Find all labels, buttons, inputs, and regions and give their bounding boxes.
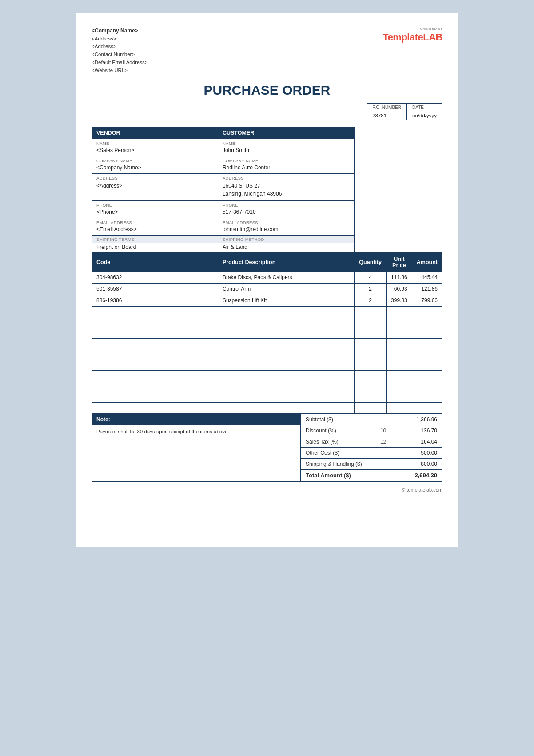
discount-value: 136.70: [396, 425, 442, 436]
shipping-row-total: Shipping & Handling ($) 800.00: [301, 458, 442, 469]
customer-name-value: John Smith: [218, 146, 354, 156]
logo-lab: LAB: [423, 32, 442, 43]
note-section: Note: Payment shall be 30 days upon rece…: [92, 413, 300, 482]
other-cost-label: Other Cost ($): [301, 447, 396, 458]
shipping-method-cell: SHIPPING METHOD Air & Land: [218, 235, 354, 252]
item-1-amount: 445.44: [412, 272, 442, 283]
item-3-unit-price: 399.83: [387, 295, 412, 306]
discount-label: Discount (%): [301, 425, 371, 436]
customer-email-value: johnsmith@redline.com: [218, 225, 354, 235]
customer-email-label: EMAIL ADDRESS: [218, 218, 354, 225]
po-number-date-section: P.O. NUMBER DATE 23781 nn/dd/yyyy: [92, 103, 442, 120]
company-name: <Company Name>: [92, 27, 148, 35]
vendor-name-cell: NAME <Sales Person>: [92, 139, 218, 156]
vendor-company-value: <Company Name>: [92, 164, 218, 173]
company-contact: <Contact Number>: [92, 51, 148, 59]
total-amount-value: 2,694.30: [396, 469, 442, 481]
item-row-1: 304-98632 Brake Discs, Pads & Calipers 4…: [92, 272, 442, 283]
item-3-description: Suspension Lift Kit: [218, 295, 354, 306]
discount-pct: 10: [371, 425, 396, 436]
subtotal-label: Subtotal ($): [301, 414, 396, 425]
shipping-terms-value: Freight on Board: [92, 243, 218, 252]
empty-row: [92, 360, 442, 370]
po-number-date-table: P.O. NUMBER DATE 23781 nn/dd/yyyy: [367, 103, 442, 120]
item-3-amount: 799.66: [412, 295, 442, 306]
copyright-text: © templatelab.com: [402, 487, 442, 492]
top-bar: <Company Name> <Address> <Address> <Cont…: [92, 27, 442, 75]
vendor-phone-cell: PHONE <Phone>: [92, 200, 218, 218]
col-header-amount: Amount: [412, 252, 442, 272]
item-2-description: Control Arm: [218, 283, 354, 295]
date-value: nn/dd/yyyy: [407, 111, 442, 120]
logo-template: Template: [383, 32, 423, 43]
customer-company-label: COMPANY NAME: [218, 156, 354, 164]
item-2-code: 501-35587: [92, 283, 218, 295]
customer-header: CUSTOMER: [218, 127, 354, 139]
date-label: DATE: [407, 103, 442, 111]
item-1-code: 304-98632: [92, 272, 218, 283]
customer-phone-value: 517-367-7010: [218, 208, 354, 218]
vendor-header: VENDOR: [92, 127, 218, 139]
items-header-row: Code Product Description Quantity Unit P…: [92, 252, 442, 272]
shipping-terms-label: SHIPPING TERMS: [92, 236, 218, 243]
col-header-code: Code: [92, 252, 218, 272]
tax-pct: 12: [371, 436, 396, 447]
empty-row: [92, 392, 442, 402]
customer-address-cell: ADDRESS 16040 S. US 27 Lansing, Michigan…: [218, 173, 354, 200]
vendor-address-label: ADDRESS: [92, 174, 218, 181]
empty-row: [92, 328, 442, 338]
purchase-order-page: <Company Name> <Address> <Address> <Cont…: [76, 13, 458, 547]
col-header-quantity: Quantity: [355, 252, 387, 272]
col-header-description: Product Description: [218, 252, 354, 272]
item-row-3: 886-19386 Suspension Lift Kit 2 399.83 7…: [92, 295, 442, 306]
tax-label: Sales Tax (%): [301, 436, 371, 447]
empty-row: [92, 338, 442, 349]
customer-company-value: Redline Auto Center: [218, 164, 354, 173]
shipping-method-label: SHIPPING METHOD: [218, 236, 354, 243]
total-amount-row: Total Amount ($) 2,694.30: [301, 469, 442, 481]
tax-value: 164.04: [396, 436, 442, 447]
empty-row: [92, 381, 442, 392]
item-row-2: 501-35587 Control Arm 2 60.93 121.86: [92, 283, 442, 295]
vendor-name-label: NAME: [92, 139, 218, 146]
col-header-unit-price: Unit Price: [387, 252, 412, 272]
vendor-email-label: EMAIL ADDRESS: [92, 218, 218, 225]
vendor-email-value: <Email Address>: [92, 225, 218, 235]
item-2-quantity: 2: [355, 283, 387, 295]
empty-row: [92, 317, 442, 328]
customer-company-cell: COMPANY NAME Redline Auto Center: [218, 156, 354, 173]
customer-phone-label: PHONE: [218, 201, 354, 208]
vendor-address-value: <Address>: [92, 181, 218, 192]
item-1-description: Brake Discs, Pads & Calipers: [218, 272, 354, 283]
other-cost-row: Other Cost ($) 500.00: [301, 447, 442, 458]
vendor-address-cell: ADDRESS <Address>: [92, 173, 218, 200]
customer-address-label: ADDRESS: [218, 174, 354, 181]
customer-email-cell: EMAIL ADDRESS johnsmith@redline.com: [218, 218, 354, 235]
item-2-amount: 121.86: [412, 283, 442, 295]
empty-row: [92, 402, 442, 413]
item-3-code: 886-19386: [92, 295, 218, 306]
tax-row: Sales Tax (%) 12 164.04: [301, 436, 442, 447]
note-header: Note:: [92, 414, 300, 425]
other-cost-value: 500.00: [396, 447, 442, 458]
company-email: <Default Email Address>: [92, 59, 148, 67]
discount-row: Discount (%) 10 136.70: [301, 425, 442, 436]
vendor-customer-table: VENDOR CUSTOMER NAME <Sales Person> NAME…: [92, 127, 442, 413]
vendor-name-value: <Sales Person>: [92, 146, 218, 156]
vendor-company-cell: COMPANY NAME <Company Name>: [92, 156, 218, 173]
note-content: Payment shall be 30 days upon receipt of…: [92, 425, 300, 438]
shipping-terms-cell: SHIPPING TERMS Freight on Board: [92, 235, 218, 252]
totals-table: Subtotal ($) 1,366.96 Discount (%) 10 13…: [301, 414, 442, 481]
logo-created-by: CREATED BY: [383, 27, 442, 31]
subtotal-row: Subtotal ($) 1,366.96: [301, 414, 442, 425]
vendor-company-label: COMPANY NAME: [92, 156, 218, 164]
company-address1: <Address>: [92, 35, 148, 43]
customer-phone-cell: PHONE 517-367-7010: [218, 200, 354, 218]
shipping-method-value: Air & Land: [218, 243, 354, 252]
totals-section: Subtotal ($) 1,366.96 Discount (%) 10 13…: [300, 413, 442, 482]
po-number-label: P.O. NUMBER: [367, 103, 407, 111]
logo-area: CREATED BY TemplateLAB: [383, 27, 442, 43]
po-number-value: 23781: [367, 111, 407, 120]
bottom-section: Note: Payment shall be 30 days upon rece…: [92, 413, 442, 482]
empty-row: [92, 349, 442, 360]
